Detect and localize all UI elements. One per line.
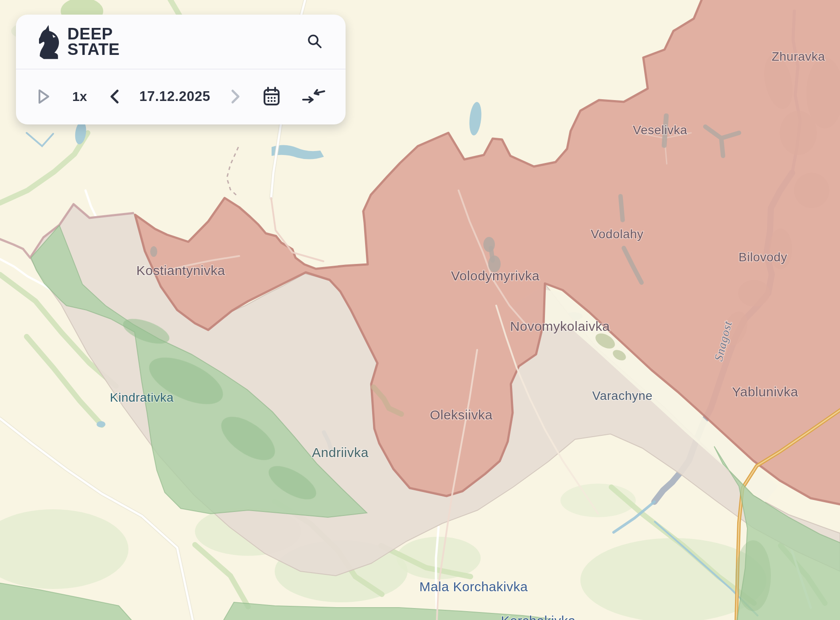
deepstate-map-app: Zhuravka Veselivka Vodolahy Bilovody Vol… — [0, 0, 840, 620]
label-korchakivka: Korchakivka — [501, 613, 576, 620]
date-display[interactable]: 17.12.2025 — [140, 89, 210, 105]
logo-line-1: DEEP — [67, 26, 120, 42]
search-icon — [307, 33, 323, 49]
label-yablunivka: Yablunivka — [732, 384, 798, 399]
calendar-icon — [263, 87, 280, 106]
chess-knight-icon — [39, 21, 61, 62]
panel-header: DEEP STATE — [16, 15, 346, 69]
compare-button[interactable] — [300, 86, 327, 107]
label-vodolahy: Vodolahy — [591, 227, 643, 241]
logo-line-2: STATE — [67, 42, 120, 57]
play-button[interactable] — [35, 87, 52, 106]
speed-button[interactable]: 1x — [70, 87, 89, 106]
label-mala-korchakivka: Mala Korchakivka — [420, 579, 528, 594]
chevron-right-icon — [230, 89, 241, 105]
label-novomykolaivka: Novomykolaivka — [510, 319, 610, 333]
chevron-left-icon — [109, 89, 120, 105]
label-varachyne: Varachyne — [592, 389, 653, 403]
label-andriivka: Andriivka — [312, 445, 369, 460]
calendar-button[interactable] — [261, 85, 282, 108]
control-panel: DEEP STATE 1x 17.12.2025 — [16, 15, 346, 124]
label-veselivka: Veselivka — [633, 123, 688, 137]
prev-day-button[interactable] — [107, 87, 121, 106]
logo-wordmark: DEEP STATE — [67, 26, 120, 57]
compare-arrows-icon — [302, 88, 325, 105]
search-button[interactable] — [304, 31, 325, 53]
deepstate-logo[interactable]: DEEP STATE — [39, 21, 120, 62]
label-bilovody: Bilovody — [739, 250, 787, 264]
label-oleksiivka: Oleksiivka — [430, 407, 493, 422]
label-volodymyrivka: Volodymyrivka — [451, 268, 540, 283]
play-triangle-icon — [37, 89, 51, 105]
label-zhuravka: Zhuravka — [772, 50, 825, 63]
label-kindrativka: Kindrativka — [110, 391, 174, 404]
label-kostiantynivka: Kostiantynivka — [136, 263, 225, 278]
next-day-button[interactable] — [229, 87, 243, 106]
timeline-controls: 1x 17.12.2025 — [16, 70, 346, 124]
